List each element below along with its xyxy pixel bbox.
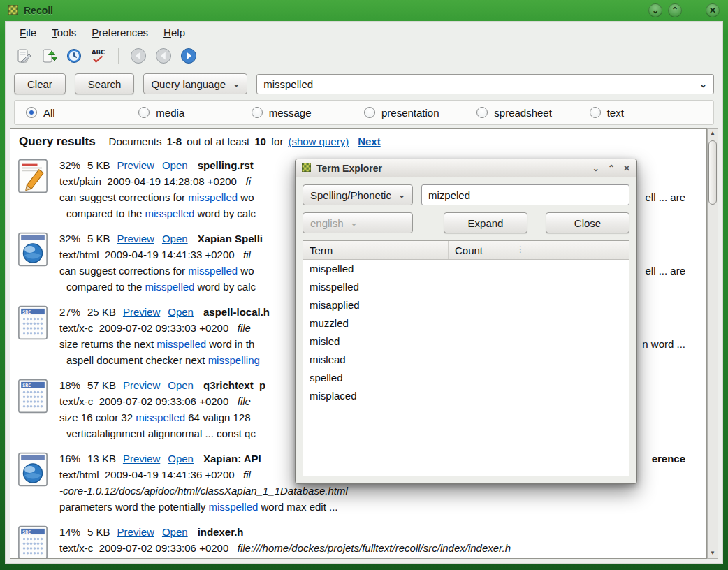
preview-link[interactable]: Preview bbox=[117, 159, 154, 171]
term-row[interactable]: misplaced bbox=[303, 387, 629, 405]
term-column-header[interactable]: Term bbox=[303, 241, 449, 259]
filter-all[interactable]: All bbox=[26, 107, 138, 119]
term-table-header: Term Count ⋮ bbox=[303, 241, 629, 260]
chevron-down-icon: ⌄ bbox=[351, 219, 358, 227]
radio-icon bbox=[364, 107, 375, 118]
term-row[interactable]: misled bbox=[303, 332, 629, 351]
relevance-percent: 32% bbox=[59, 159, 80, 171]
filter-spreadsheet[interactable]: spreadsheet bbox=[476, 107, 589, 119]
term-explorer-body: Spelling/Phonetic ⌄ mizpeled english ⌄ bbox=[296, 177, 636, 483]
results-range: 1-8 bbox=[166, 136, 182, 147]
scroll-down-button[interactable]: ▼ bbox=[708, 548, 718, 558]
filter-label: media bbox=[156, 107, 184, 119]
clear-button[interactable]: Clear bbox=[14, 73, 66, 94]
next-page-button[interactable] bbox=[179, 47, 198, 66]
language-value: english bbox=[310, 217, 344, 229]
doc-title: spelling.rst bbox=[198, 159, 254, 171]
search-button[interactable]: Search bbox=[75, 73, 135, 94]
dialog-shade-button[interactable]: ⌄ bbox=[592, 163, 599, 173]
menu-preferences[interactable]: Preferences bbox=[85, 24, 155, 41]
open-link[interactable]: Open bbox=[168, 453, 194, 465]
doc-title: aspell-local.h bbox=[203, 306, 270, 318]
radio-icon bbox=[26, 107, 37, 118]
menu-file[interactable]: File bbox=[13, 24, 43, 41]
snippet-tail: n word ... bbox=[642, 336, 685, 352]
results-for-word: for bbox=[271, 136, 284, 147]
term-explorer-title: Term Explorer bbox=[316, 163, 382, 174]
text-file-icon bbox=[17, 157, 50, 221]
count-column-header[interactable]: Count bbox=[449, 241, 489, 259]
filter-label: text bbox=[607, 107, 624, 119]
history-icon[interactable] bbox=[64, 47, 83, 66]
snippet-tail: ell ... are bbox=[645, 263, 685, 279]
svg-text:SRC: SRC bbox=[22, 383, 31, 388]
menu-tools[interactable]: Tools bbox=[45, 24, 83, 41]
term-row[interactable]: misapplied bbox=[303, 296, 629, 314]
prev-page-button[interactable] bbox=[154, 47, 173, 66]
open-link[interactable]: Open bbox=[168, 306, 194, 318]
scrollbar-track[interactable] bbox=[708, 138, 718, 548]
open-link[interactable]: Open bbox=[168, 379, 194, 391]
combo-dropdown-icon[interactable]: ⌄ bbox=[699, 79, 707, 89]
recoll-logo-icon bbox=[8, 5, 18, 17]
term-row[interactable]: mislead bbox=[303, 351, 629, 369]
svg-text:ABC: ABC bbox=[92, 49, 105, 56]
doc-size: 5 KB bbox=[87, 526, 110, 538]
term-input[interactable]: mizpeled bbox=[421, 184, 629, 205]
relevance-percent: 16% bbox=[59, 453, 80, 465]
preview-link[interactable]: Preview bbox=[117, 526, 154, 538]
preview-link[interactable]: Preview bbox=[117, 233, 154, 244]
src-file-icon: SRC bbox=[17, 304, 50, 368]
close-window-button[interactable]: ✕ bbox=[706, 3, 720, 17]
maximize-window-button[interactable]: ⌃ bbox=[668, 3, 682, 17]
close-button[interactable]: Close bbox=[546, 212, 629, 233]
open-link[interactable]: Open bbox=[162, 159, 188, 171]
shade-window-button[interactable]: ⌄ bbox=[648, 3, 662, 17]
results-doc-word: Documents bbox=[109, 136, 162, 147]
scrollbar-thumb[interactable] bbox=[708, 140, 717, 205]
expand-button[interactable]: Expand bbox=[444, 212, 527, 233]
dialog-maximize-button[interactable]: ⌃ bbox=[608, 163, 615, 173]
result-snippet: parameters word the potentially misspell… bbox=[59, 499, 706, 515]
term-row[interactable]: misspelled bbox=[303, 278, 629, 296]
update-index-icon[interactable] bbox=[39, 47, 58, 66]
filter-media[interactable]: media bbox=[138, 107, 251, 119]
language-select[interactable]: english ⌄ bbox=[303, 212, 413, 233]
query-text: misspelled bbox=[263, 78, 313, 90]
query-input[interactable]: misspelled ⌄ bbox=[256, 74, 714, 94]
filter-message[interactable]: message bbox=[252, 107, 364, 119]
preview-link[interactable]: Preview bbox=[123, 453, 160, 465]
scroll-up-button[interactable]: ▲ bbox=[708, 129, 718, 138]
results-scrollbar[interactable]: ▲ ▼ bbox=[707, 128, 718, 559]
expansion-mode-select[interactable]: Spelling/Phonetic ⌄ bbox=[303, 184, 413, 205]
open-link[interactable]: Open bbox=[162, 233, 188, 244]
term-explorer-titlebar[interactable]: Term Explorer ⌄ ⌃ ✕ bbox=[296, 159, 636, 177]
filter-presentation[interactable]: presentation bbox=[364, 107, 476, 119]
recoll-window: Recoll ⌄ ⌃ ✕ File Tools Preferences Help bbox=[0, 0, 728, 570]
result-item: SRC14%5 KBPreviewOpenindexer.htext/x-c 2… bbox=[17, 524, 706, 559]
next-page-link[interactable]: Next bbox=[358, 136, 381, 147]
chevron-down-icon: ⌄ bbox=[398, 191, 405, 199]
results-header: Query results Documents 1-8 out of at le… bbox=[19, 135, 705, 149]
doc-size: 13 KB bbox=[87, 453, 116, 465]
filter-text[interactable]: text bbox=[590, 107, 702, 119]
radio-icon bbox=[252, 107, 263, 118]
filter-label: presentation bbox=[381, 107, 439, 119]
erase-search-icon[interactable] bbox=[14, 47, 33, 66]
preview-link[interactable]: Preview bbox=[123, 379, 160, 391]
dialog-close-button[interactable]: ✕ bbox=[623, 163, 630, 173]
filter-label: spreadsheet bbox=[494, 107, 552, 119]
window-titlebar[interactable]: Recoll ⌄ ⌃ ✕ bbox=[0, 0, 728, 21]
open-link[interactable]: Open bbox=[162, 526, 188, 538]
relevance-percent: 27% bbox=[59, 306, 80, 318]
doc-title: indexer.h bbox=[198, 526, 244, 538]
term-row[interactable]: mispelled bbox=[303, 260, 629, 278]
menu-help[interactable]: Help bbox=[156, 24, 192, 41]
term-row[interactable]: spelled bbox=[303, 369, 629, 387]
preview-link[interactable]: Preview bbox=[123, 306, 160, 318]
term-row[interactable]: muzzled bbox=[303, 314, 629, 332]
term-explorer-icon[interactable]: ABC bbox=[89, 47, 108, 66]
show-query-link[interactable]: (show query) bbox=[288, 136, 349, 147]
first-page-button[interactable] bbox=[129, 47, 147, 66]
query-language-select[interactable]: Query language ⌄ bbox=[143, 73, 247, 94]
